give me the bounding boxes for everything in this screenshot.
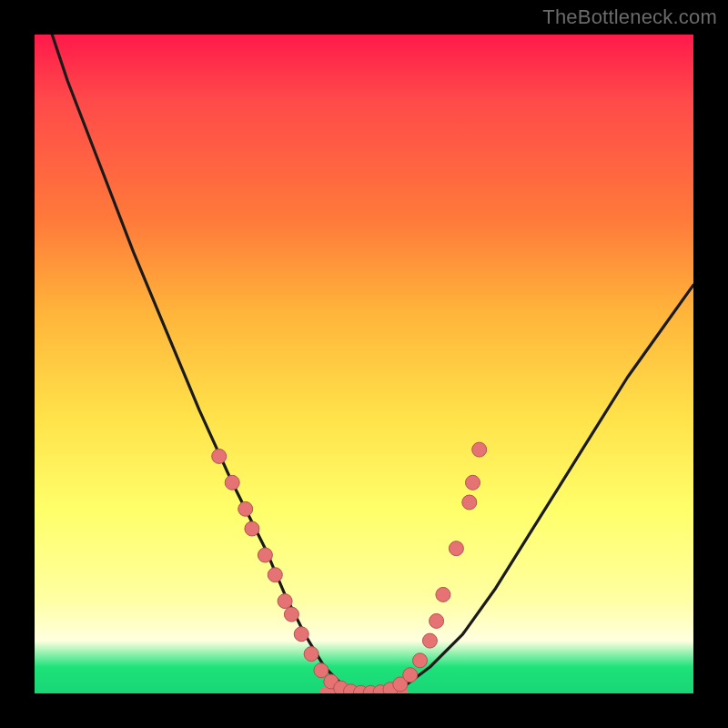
data-dot — [462, 495, 477, 510]
data-dot — [245, 521, 259, 536]
data-dot — [278, 594, 292, 609]
data-dot — [403, 668, 418, 682]
bottleneck-curve — [35, 35, 693, 693]
data-dot — [430, 613, 444, 628]
data-dot — [449, 541, 463, 556]
data-dot — [472, 442, 487, 457]
data-dot — [436, 587, 450, 602]
data-dot — [284, 607, 298, 622]
data-dot — [225, 475, 239, 490]
data-dot — [294, 627, 308, 642]
watermark-text: TheBottleneck.com — [542, 5, 717, 29]
data-dot — [304, 647, 318, 662]
plot-area — [35, 35, 693, 693]
data-dot — [422, 633, 437, 648]
data-dot — [413, 653, 428, 668]
data-dot — [258, 548, 272, 562]
chart-svg — [35, 35, 693, 693]
data-dot — [314, 663, 329, 678]
data-dot — [238, 501, 253, 516]
data-dot — [212, 449, 227, 463]
data-dot — [268, 568, 282, 582]
data-dot — [466, 475, 480, 490]
chart-stage: TheBottleneck.com — [0, 0, 728, 728]
